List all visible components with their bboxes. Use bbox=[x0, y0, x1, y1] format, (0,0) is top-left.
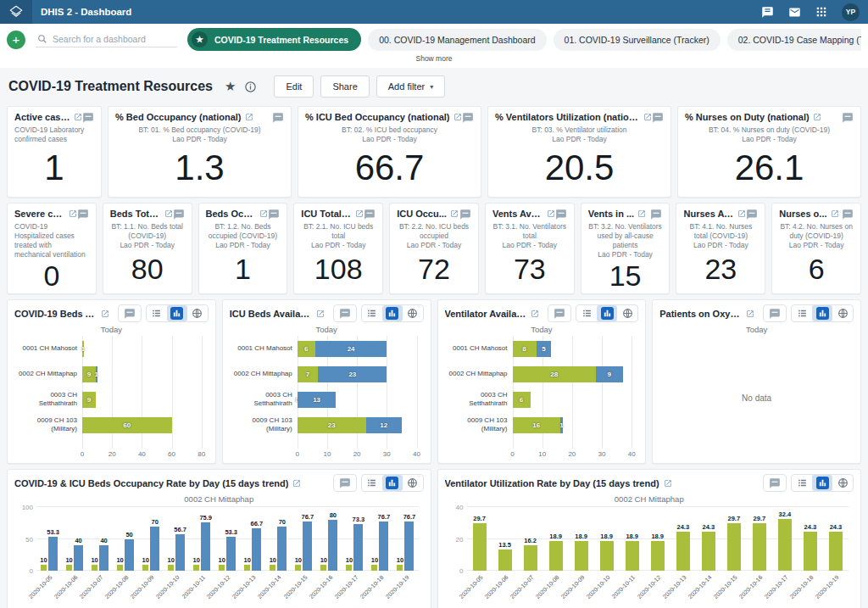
bar[interactable]: 73.3 bbox=[353, 524, 363, 571]
bar-segment[interactable]: 5 bbox=[537, 341, 552, 357]
view-as-table-button[interactable] bbox=[792, 475, 812, 491]
bar[interactable]: 10 bbox=[295, 565, 301, 572]
bar[interactable]: 40 bbox=[74, 545, 83, 571]
bar-segment[interactable]: 28 bbox=[513, 366, 597, 382]
view-as-map-button[interactable] bbox=[187, 305, 208, 321]
bar[interactable]: 18.9 bbox=[575, 541, 588, 571]
comments-button[interactable] bbox=[173, 209, 185, 220]
comments-button[interactable] bbox=[652, 112, 664, 124]
view-as-table-button[interactable] bbox=[576, 305, 597, 321]
apps-menu-icon[interactable] bbox=[815, 6, 827, 18]
comments-button[interactable] bbox=[842, 112, 854, 124]
share-button[interactable]: Share bbox=[320, 75, 369, 98]
bar[interactable]: 10 bbox=[371, 565, 377, 572]
bar-segment[interactable]: 1 bbox=[96, 366, 97, 382]
bar[interactable]: 24.3 bbox=[804, 532, 817, 571]
bar[interactable]: 29.7 bbox=[473, 523, 487, 571]
view-as-chart-button[interactable] bbox=[597, 305, 617, 321]
comments-button[interactable] bbox=[77, 209, 89, 220]
bar-segment[interactable]: 12 bbox=[366, 417, 402, 433]
comments-button[interactable] bbox=[459, 209, 471, 220]
bar-segment[interactable]: 1 bbox=[560, 417, 564, 433]
bar[interactable]: 32.4 bbox=[778, 519, 792, 571]
bar-segment[interactable]: 16 bbox=[513, 417, 560, 433]
search-input[interactable] bbox=[53, 34, 175, 44]
view-as-map-button[interactable] bbox=[403, 475, 423, 491]
bar-segment[interactable]: 6 bbox=[298, 341, 315, 357]
bar-segment[interactable]: 24 bbox=[315, 341, 387, 357]
bar-segment[interactable]: 60 bbox=[82, 417, 172, 433]
interpretations-icon[interactable] bbox=[761, 6, 774, 19]
messages-icon[interactable] bbox=[788, 6, 801, 19]
view-as-map-button[interactable] bbox=[832, 475, 853, 491]
star-icon[interactable]: ★ bbox=[225, 79, 236, 94]
bar[interactable]: 10 bbox=[92, 565, 97, 572]
bar[interactable]: 76.7 bbox=[303, 522, 312, 571]
bar[interactable]: 76.7 bbox=[379, 522, 388, 571]
bar[interactable]: 10 bbox=[193, 565, 199, 572]
bar[interactable]: 29.7 bbox=[727, 523, 741, 571]
comments-button[interactable] bbox=[462, 112, 474, 124]
bar[interactable]: 53.3 bbox=[48, 537, 58, 571]
bar[interactable]: 70 bbox=[277, 527, 287, 572]
bar-segment[interactable]: 7 bbox=[298, 366, 319, 382]
bar-segment[interactable]: 1 bbox=[82, 341, 84, 357]
bar[interactable]: 75.9 bbox=[201, 522, 210, 571]
info-icon[interactable] bbox=[244, 81, 257, 93]
bar[interactable]: 16.2 bbox=[524, 545, 537, 571]
user-avatar[interactable]: YP bbox=[842, 3, 860, 21]
bar-segment[interactable]: 9 bbox=[596, 366, 623, 382]
bar[interactable]: 66.7 bbox=[252, 528, 261, 571]
show-more-button[interactable]: Show more bbox=[0, 53, 868, 68]
bar[interactable]: 10 bbox=[66, 565, 72, 572]
bar[interactable]: 76.7 bbox=[404, 522, 414, 571]
view-as-chart-button[interactable] bbox=[812, 475, 832, 491]
bar[interactable]: 10 bbox=[168, 565, 174, 572]
bar-segment[interactable]: 23 bbox=[318, 366, 387, 382]
bar[interactable]: 10 bbox=[219, 565, 225, 572]
comments-button[interactable] bbox=[118, 304, 142, 322]
bar-segment[interactable]: 23 bbox=[298, 417, 366, 433]
bar[interactable]: 53.3 bbox=[226, 537, 236, 571]
comments-button[interactable] bbox=[333, 304, 357, 322]
bar[interactable]: 13.5 bbox=[498, 549, 512, 571]
bar[interactable]: 18.9 bbox=[549, 541, 563, 571]
bar-segment[interactable]: 8 bbox=[513, 341, 537, 357]
comments-button[interactable] bbox=[82, 112, 94, 124]
dashboard-chip[interactable]: 00. COVID-19 Management Dashboard bbox=[368, 29, 546, 51]
bar-segment[interactable]: 6 bbox=[513, 392, 531, 408]
comments-button[interactable] bbox=[333, 474, 357, 492]
bar[interactable]: 18.9 bbox=[626, 541, 639, 571]
dashboard-chip[interactable]: ★COVID-19 Treatment Resources bbox=[187, 28, 361, 51]
bar[interactable]: 29.7 bbox=[753, 523, 766, 571]
view-as-table-button[interactable] bbox=[792, 305, 812, 321]
edit-button[interactable]: Edit bbox=[274, 75, 314, 98]
add-filter-button[interactable]: Add filter ▾ bbox=[376, 75, 445, 98]
comments-button[interactable] bbox=[548, 304, 571, 322]
comments-button[interactable] bbox=[842, 209, 854, 220]
comments-button[interactable] bbox=[272, 112, 284, 124]
view-as-map-button[interactable] bbox=[403, 305, 423, 321]
bar[interactable]: 10 bbox=[270, 565, 275, 572]
bar[interactable]: 18.9 bbox=[651, 541, 665, 571]
bar[interactable]: 56.7 bbox=[175, 534, 185, 571]
view-as-chart-button[interactable] bbox=[382, 475, 403, 491]
comments-button[interactable] bbox=[763, 304, 787, 322]
view-as-chart-button[interactable] bbox=[382, 305, 403, 321]
bar[interactable]: 40 bbox=[99, 545, 108, 571]
bar[interactable]: 50 bbox=[125, 539, 134, 572]
comments-button[interactable] bbox=[555, 209, 567, 220]
view-as-chart-button[interactable] bbox=[812, 305, 832, 321]
view-as-table-button[interactable] bbox=[362, 305, 382, 321]
bar[interactable]: 18.9 bbox=[600, 541, 614, 571]
view-as-table-button[interactable] bbox=[362, 475, 382, 491]
dashboard-chip[interactable]: 01. COVID-19 Surveillance (Tracker) bbox=[554, 29, 721, 51]
bar[interactable]: 24.3 bbox=[829, 532, 843, 571]
bar[interactable]: 10 bbox=[142, 565, 148, 572]
bar[interactable]: 10 bbox=[117, 565, 123, 572]
dashboard-chip[interactable]: 02. COVID-19 Case Mapping (Tracker) bbox=[727, 29, 861, 51]
bar[interactable]: 10 bbox=[397, 565, 403, 572]
bar-segment[interactable]: 13 bbox=[298, 392, 337, 408]
bar[interactable]: 80 bbox=[328, 520, 337, 571]
bar[interactable]: 70 bbox=[150, 527, 159, 572]
